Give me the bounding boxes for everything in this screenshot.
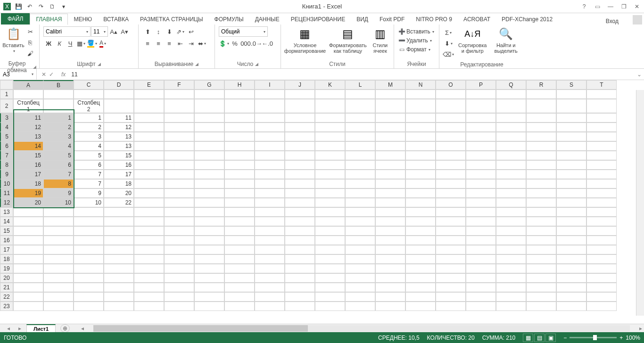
cell-G10[interactable]	[194, 179, 224, 188]
row-header-17[interactable]: 17	[0, 245, 13, 254]
tab-nitro[interactable]: NITRO PRO 9	[410, 14, 458, 24]
cell-A3[interactable]: 11	[13, 113, 43, 122]
cell-F18[interactable]	[164, 254, 194, 264]
cell-Q10[interactable]	[496, 179, 526, 188]
cell-D4[interactable]: 12	[104, 122, 134, 132]
cell-M17[interactable]	[375, 245, 405, 254]
cell-M21[interactable]	[375, 283, 405, 292]
cell-M3[interactable]	[375, 113, 405, 122]
redo-button[interactable]: ↷	[36, 1, 46, 12]
cell-F13[interactable]	[164, 207, 194, 217]
bold-button[interactable]: Ж	[43, 38, 54, 49]
row-header-2[interactable]: 2	[0, 99, 13, 113]
cell-Q14[interactable]	[496, 217, 526, 226]
cancel-formula-button[interactable]: ✕	[41, 71, 46, 78]
cell-Q22[interactable]	[496, 292, 526, 302]
cell-K7[interactable]	[315, 151, 345, 160]
cell-styles-button[interactable]: ▥ Стили ячеек	[370, 25, 391, 55]
cell-O17[interactable]	[436, 245, 466, 254]
cell-F9[interactable]	[164, 170, 194, 179]
cell-H2[interactable]	[224, 99, 255, 113]
cell-I16[interactable]	[255, 236, 285, 245]
cell-H23[interactable]	[224, 302, 255, 311]
zoom-slider[interactable]	[570, 337, 617, 338]
font-launcher[interactable]: ◢	[98, 62, 101, 66]
cell-A16[interactable]	[13, 236, 43, 245]
cell-M14[interactable]	[375, 217, 405, 226]
cell-B21[interactable]	[43, 283, 74, 292]
cell-H21[interactable]	[224, 283, 255, 292]
cell-D3[interactable]: 11	[104, 113, 134, 122]
cell-O23[interactable]	[436, 302, 466, 311]
cell-E14[interactable]	[134, 217, 164, 226]
cell-S15[interactable]	[556, 226, 586, 236]
cell-M12[interactable]	[375, 198, 405, 207]
cell-N7[interactable]	[405, 151, 436, 160]
cell-M4[interactable]	[375, 122, 405, 132]
cell-P10[interactable]	[466, 179, 496, 188]
cell-Q15[interactable]	[496, 226, 526, 236]
cell-G1[interactable]	[194, 90, 224, 99]
cell-T9[interactable]	[586, 170, 617, 179]
cell-A1[interactable]	[13, 90, 43, 99]
cell-I12[interactable]	[255, 198, 285, 207]
cell-Q20[interactable]	[496, 273, 526, 283]
cell-N5[interactable]	[405, 132, 436, 141]
cell-D22[interactable]	[104, 292, 134, 302]
cell-H1[interactable]	[224, 90, 255, 99]
cell-C20[interactable]	[74, 273, 104, 283]
help-button[interactable]: ?	[579, 2, 589, 11]
cell-P1[interactable]	[466, 90, 496, 99]
cell-C23[interactable]	[74, 302, 104, 311]
cell-F11[interactable]	[164, 188, 194, 198]
paste-button[interactable]: 📋 Вставить ▾	[3, 25, 24, 54]
cell-P7[interactable]	[466, 151, 496, 160]
cell-N9[interactable]	[405, 170, 436, 179]
cell-T7[interactable]	[586, 151, 617, 160]
cell-S11[interactable]	[556, 188, 586, 198]
delete-cells-button[interactable]: ➖Удалить▾	[398, 36, 434, 45]
cell-R10[interactable]	[526, 179, 556, 188]
cell-D16[interactable]	[104, 236, 134, 245]
col-header-R[interactable]: R	[526, 80, 556, 90]
cell-E4[interactable]	[134, 122, 164, 132]
cell-H9[interactable]	[224, 170, 255, 179]
cell-P18[interactable]	[466, 254, 496, 264]
cell-J9[interactable]	[285, 170, 315, 179]
cell-P9[interactable]	[466, 170, 496, 179]
cell-R7[interactable]	[526, 151, 556, 160]
cell-A17[interactable]	[13, 245, 43, 254]
cell-L11[interactable]	[345, 188, 375, 198]
cell-F7[interactable]	[164, 151, 194, 160]
cell-O1[interactable]	[436, 90, 466, 99]
cell-A11[interactable]: 19	[13, 188, 43, 198]
cell-J2[interactable]	[285, 99, 315, 113]
cell-L14[interactable]	[345, 217, 375, 226]
cell-O8[interactable]	[436, 160, 466, 170]
cell-L8[interactable]	[345, 160, 375, 170]
cell-B10[interactable]: 8	[43, 179, 74, 188]
cell-J10[interactable]	[285, 179, 315, 188]
cell-R11[interactable]	[526, 188, 556, 198]
cell-L13[interactable]	[345, 207, 375, 217]
cell-L5[interactable]	[345, 132, 375, 141]
spreadsheet-grid[interactable]: ABCDEFGHIJKLMNOPQRST12Столбец 1Столбец 2…	[0, 80, 617, 311]
cell-J16[interactable]	[285, 236, 315, 245]
cell-C21[interactable]	[74, 283, 104, 292]
col-header-L[interactable]: L	[345, 80, 375, 90]
col-header-C[interactable]: C	[74, 80, 104, 90]
cell-S16[interactable]	[556, 236, 586, 245]
cell-Q5[interactable]	[496, 132, 526, 141]
cell-R13[interactable]	[526, 207, 556, 217]
cell-G14[interactable]	[194, 217, 224, 226]
row-header-11[interactable]: 11	[0, 188, 13, 198]
cell-E21[interactable]	[134, 283, 164, 292]
cell-S1[interactable]	[556, 90, 586, 99]
cell-R1[interactable]	[526, 90, 556, 99]
number-launcher[interactable]: ◢	[255, 62, 258, 66]
cell-H22[interactable]	[224, 292, 255, 302]
tab-layout[interactable]: РАЗМЕТКА СТРАНИЦЫ	[134, 14, 209, 24]
cell-I1[interactable]	[255, 90, 285, 99]
cell-F17[interactable]	[164, 245, 194, 254]
cell-S18[interactable]	[556, 254, 586, 264]
